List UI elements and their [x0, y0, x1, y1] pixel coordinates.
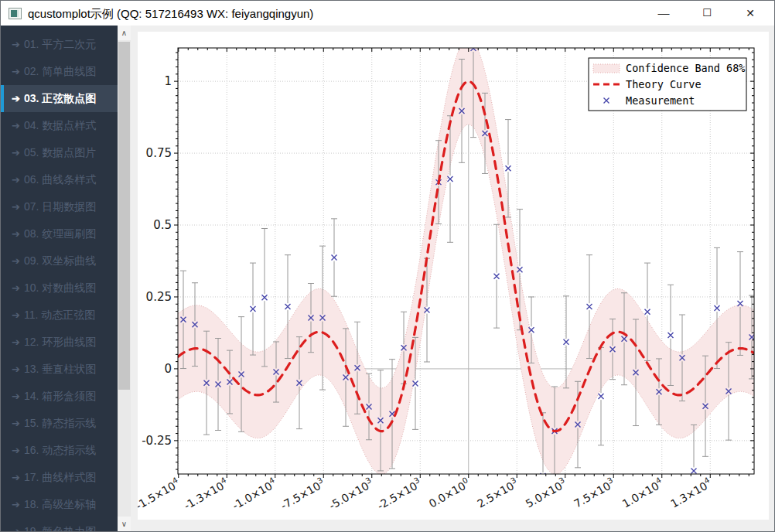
svg-text:0.75: 0.75	[146, 146, 172, 160]
sidebar-item-label: 08. 纹理画刷图	[24, 227, 96, 240]
sidebar-item-label: 05. 数据点图片	[24, 146, 96, 159]
sidebar-scrollbar[interactable]: ∧ ∨	[118, 26, 131, 531]
sidebar-item-label: 12. 环形曲线图	[24, 336, 96, 348]
svg-text:0.5: 0.5	[153, 218, 172, 232]
scroll-down-button[interactable]: ∨	[118, 517, 131, 531]
arrow-icon: ➔	[12, 85, 24, 112]
svg-text:-0.25: -0.25	[142, 434, 172, 448]
arrow-icon: ➔	[12, 356, 24, 383]
sidebar-item-label: 15. 静态指示线	[24, 417, 96, 429]
sidebar-item-14[interactable]: ➔14. 箱形盒须图	[1, 383, 118, 410]
sidebar-item-6[interactable]: ➔06. 曲线条样式	[1, 166, 118, 193]
sidebar-item-label: 07. 日期数据图	[24, 200, 96, 213]
arrow-icon: ➔	[12, 139, 24, 166]
sidebar-item-17[interactable]: ➔17. 曲线样式图	[1, 464, 118, 491]
sidebar-item-label: 11. 动态正弦图	[24, 309, 95, 321]
sidebar-item-3[interactable]: ➔03. 正弦散点图	[1, 85, 118, 112]
svg-text:-1.5×104: -1.5×104	[138, 476, 182, 512]
arrow-icon: ➔	[12, 112, 24, 139]
sidebar-item-13[interactable]: ➔13. 垂直柱状图	[1, 356, 118, 383]
legend: Confidence Band 68%Theory CurveMeasureme…	[589, 58, 746, 111]
maximize-button[interactable]: ☐	[685, 1, 729, 26]
sidebar-item-label: 19. 颜色热力图	[24, 525, 96, 531]
arrow-icon: ➔	[12, 166, 24, 193]
arrow-icon: ➔	[12, 410, 24, 437]
sidebar-item-label: 17. 曲线样式图	[24, 471, 96, 483]
sidebar-item-16[interactable]: ➔16. 动态指示线	[1, 437, 118, 464]
sidebar-list: ➔01. 平方二次元➔02. 简单曲线图➔03. 正弦散点图➔04. 数据点样式…	[1, 26, 118, 531]
arrow-icon: ➔	[12, 302, 24, 329]
sidebar-item-label: 16. 动态指示线	[24, 444, 96, 456]
svg-text:7.5×103: 7.5×103	[571, 476, 616, 510]
legend-label: Theory Curve	[626, 78, 702, 90]
title-bar: qcustomplot示例 (QQ: 517216493 WX: feiyang…	[1, 1, 774, 26]
minimize-button[interactable]: —	[642, 1, 685, 26]
sidebar-item-10[interactable]: ➔10. 对数曲线图	[1, 275, 118, 302]
arrow-icon: ➔	[12, 31, 24, 58]
arrow-icon: ➔	[12, 220, 24, 247]
arrow-icon: ➔	[12, 518, 24, 531]
arrow-icon: ➔	[12, 275, 24, 302]
sidebar-item-2[interactable]: ➔02. 简单曲线图	[1, 58, 118, 85]
sidebar-item-1[interactable]: ➔01. 平方二次元	[1, 31, 118, 58]
app-icon	[9, 8, 22, 19]
svg-text:-2.5×103: -2.5×103	[374, 476, 424, 512]
arrow-icon: ➔	[12, 329, 24, 356]
arrow-icon: ➔	[12, 491, 24, 518]
arrow-icon: ➔	[12, 247, 24, 275]
sidebar: ➔01. 平方二次元➔02. 简单曲线图➔03. 正弦散点图➔04. 数据点样式…	[1, 26, 118, 531]
sidebar-item-4[interactable]: ➔04. 数据点样式	[1, 112, 118, 139]
svg-text:-1.0×104: -1.0×104	[229, 476, 278, 512]
sidebar-item-15[interactable]: ➔15. 静态指示线	[1, 410, 118, 437]
plot-widget[interactable]: -0.2500.250.50.751-1.5×104-1.3×104-1.0×1…	[138, 32, 769, 520]
scroll-up-button[interactable]: ∧	[118, 26, 131, 40]
sidebar-item-label: 01. 平方二次元	[24, 38, 96, 50]
sidebar-item-label: 13. 垂直柱状图	[24, 363, 96, 375]
sidebar-item-label: 09. 双坐标曲线	[24, 254, 96, 267]
sidebar-item-label: 06. 曲线条样式	[24, 173, 96, 186]
sidebar-item-label: 10. 对数曲线图	[24, 281, 96, 294]
sinc-scatter-chart[interactable]: -0.2500.250.50.751-1.5×104-1.3×104-1.0×1…	[138, 32, 769, 520]
sidebar-item-8[interactable]: ➔08. 纹理画刷图	[1, 220, 118, 247]
sidebar-item-label: 18. 高级坐标轴	[24, 498, 96, 510]
svg-text:0: 0	[164, 362, 172, 376]
svg-text:0.25: 0.25	[146, 290, 172, 304]
sidebar-item-label: 03. 正弦散点图	[24, 92, 96, 104]
arrow-icon: ➔	[12, 58, 24, 85]
window-title: qcustomplot示例 (QQ: 517216493 WX: feiyang…	[28, 1, 313, 26]
sidebar-item-label: 04. 数据点样式	[24, 119, 96, 131]
legend-label: Confidence Band 68%	[626, 62, 745, 74]
sidebar-item-label: 14. 箱形盒须图	[24, 390, 96, 402]
sidebar-item-11[interactable]: ➔11. 动态正弦图	[1, 302, 118, 329]
svg-text:1.0×104: 1.0×104	[620, 476, 665, 510]
arrow-icon: ➔	[12, 464, 24, 491]
main-area: -0.2500.250.50.751-1.5×104-1.3×104-1.0×1…	[131, 26, 774, 531]
sidebar-item-7[interactable]: ➔07. 日期数据图	[1, 193, 118, 220]
svg-text:2.5×103: 2.5×103	[474, 476, 520, 510]
scrollbar-thumb[interactable]	[118, 42, 130, 390]
sidebar-item-5[interactable]: ➔05. 数据点图片	[1, 139, 118, 166]
svg-text:-1.3×104: -1.3×104	[181, 476, 230, 512]
sidebar-item-12[interactable]: ➔12. 环形曲线图	[1, 329, 118, 356]
arrow-icon: ➔	[12, 437, 24, 464]
legend-label: Measurement	[626, 94, 695, 107]
svg-text:-7.5×103: -7.5×103	[278, 476, 327, 512]
svg-text:1: 1	[164, 74, 172, 88]
sidebar-item-9[interactable]: ➔09. 双坐标曲线	[1, 247, 118, 275]
sidebar-item-label: 02. 简单曲线图	[24, 65, 96, 77]
arrow-icon: ➔	[12, 193, 24, 220]
svg-text:5.0×103: 5.0×103	[523, 476, 568, 510]
svg-text:-5.0×103: -5.0×103	[326, 476, 375, 512]
sidebar-item-19[interactable]: ➔19. 颜色热力图	[1, 518, 118, 531]
close-button[interactable]: ✕	[729, 1, 772, 26]
svg-text:1.3×104: 1.3×104	[667, 476, 713, 510]
svg-text:0.0×100: 0.0×100	[426, 476, 472, 510]
sidebar-item-18[interactable]: ➔18. 高级坐标轴	[1, 491, 118, 518]
arrow-icon: ➔	[12, 383, 24, 410]
